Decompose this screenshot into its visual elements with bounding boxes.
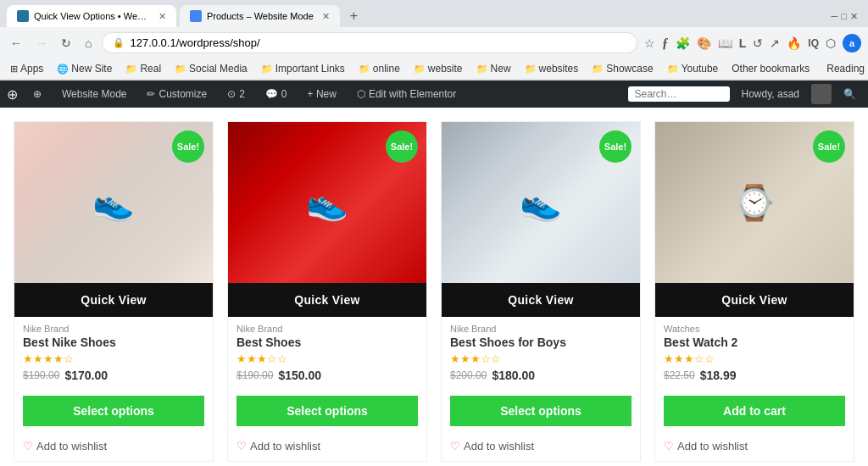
flame-icon[interactable]: 🔥 — [787, 36, 801, 50]
avatar-icon[interactable] — [811, 84, 832, 104]
old-price-4: $22.50 — [664, 369, 695, 381]
add-to-cart-btn-4[interactable]: Add to cart — [664, 396, 845, 426]
wp-search-input[interactable] — [628, 86, 730, 102]
bookmark-links[interactable]: 📁 Important Links — [258, 61, 348, 76]
new-tab-button[interactable]: + — [343, 5, 364, 27]
wishlist-label-3: Add to wishlist — [464, 440, 534, 452]
l-icon[interactable]: L — [739, 36, 747, 50]
iq-icon[interactable]: IQ — [808, 37, 819, 49]
product-stars-2: ★★★☆☆ — [236, 352, 418, 365]
other-bookmarks[interactable]: Other bookmarks — [728, 61, 813, 76]
product-info-2: Nike Brand Best Shoes ★★★☆☆ $190.00 $150… — [228, 317, 426, 396]
wishlist-btn-2[interactable]: ♡ Add to wishlist — [228, 433, 426, 461]
quick-view-btn-4[interactable]: Quick View — [655, 283, 854, 317]
bookmark-youtube[interactable]: 📁 Youtube — [664, 61, 722, 76]
product-brand-3: Nike Brand — [450, 324, 632, 334]
reading-list[interactable]: Reading list — [823, 61, 868, 76]
minimize-btn[interactable]: ─ — [832, 11, 838, 22]
profile-icon[interactable]: a — [843, 34, 861, 53]
quick-view-btn-2[interactable]: Quick View — [228, 283, 426, 317]
old-price-3: $200.00 — [450, 369, 487, 381]
wishlist-label-1: Add to wishlist — [36, 440, 107, 452]
product-image-2: 👟 Sale! — [228, 122, 426, 283]
product-stars-1: ★★★★☆ — [23, 352, 204, 365]
bookmark-newsite[interactable]: 🌐 New Site — [53, 61, 115, 76]
sale-badge-1: Sale! — [172, 130, 204, 163]
product-brand-1: Nike Brand — [23, 324, 204, 334]
wp-logo: ⊕ — [7, 86, 18, 103]
product-info-4: Watches Best Watch 2 ★★★☆☆ $22.50 $18.99 — [655, 317, 854, 396]
bookmark-real[interactable]: 📁 Real — [122, 61, 164, 76]
puzzle-icon[interactable]: ⬡ — [826, 36, 836, 50]
url-input[interactable] — [130, 36, 626, 49]
customize-item[interactable]: ✏ Customize — [142, 88, 212, 100]
tab-active[interactable]: Quick View Options • Website M… ✕ — [7, 5, 176, 27]
bookmark-showcase[interactable]: 📁 Showcase — [588, 61, 656, 76]
refresh-icon[interactable]: ↺ — [753, 36, 763, 50]
tab-2[interactable]: Products – Website Mode ✕ — [180, 5, 340, 27]
wishlist-label-4: Add to wishlist — [677, 440, 748, 452]
bookmarks-bar: ⊞ Apps 🌐 New Site 📁 Real 📁 Social Media … — [0, 58, 868, 80]
tab-close-btn-2[interactable]: ✕ — [322, 11, 330, 22]
extension-icon[interactable]: 🧩 — [676, 36, 690, 50]
tab-close-btn[interactable]: ✕ — [159, 11, 166, 22]
product-brand-4: Watches — [664, 324, 845, 334]
palette-icon[interactable]: 🎨 — [697, 36, 711, 50]
bookmark-websites[interactable]: 📁 websites — [521, 61, 582, 76]
product-card-4: ⌚ Sale! Quick View Watches Best Watch 2 … — [654, 121, 854, 462]
lock-icon: 🔒 — [113, 37, 125, 48]
back-button[interactable]: ← — [7, 35, 25, 52]
product-price-4: $22.50 $18.99 — [664, 369, 845, 382]
website-mode-item[interactable]: Website Mode — [57, 88, 131, 100]
wishlist-btn-4[interactable]: ♡ Add to wishlist — [655, 433, 854, 461]
bookmark-new[interactable]: 📁 New — [473, 61, 515, 76]
star-icon[interactable]: ☆ — [644, 36, 655, 50]
tab-favicon-wp — [17, 10, 29, 22]
comments-item[interactable]: 💬 0 — [260, 88, 292, 100]
wp-admin-bar: ⊕ ⊕ Website Mode ✏ Customize ⊙ 2 💬 0 + N… — [0, 80, 868, 108]
product-info-3: Nike Brand Best Shoes for Boys ★★★☆☆ $20… — [442, 317, 640, 396]
select-options-btn-1[interactable]: Select options — [23, 396, 204, 426]
new-price-1: $170.00 — [64, 369, 108, 382]
address-bar-row: ← → ↻ ⌂ 🔒 ☆ ƒ 🧩 🎨 📖 L ↺ ↗ 🔥 IQ ⬡ a — [0, 27, 868, 58]
websites-icon: 📁 — [525, 64, 537, 75]
bookmark-website[interactable]: 📁 website — [410, 61, 466, 76]
address-bar[interactable]: 🔒 — [102, 32, 637, 53]
updates-item[interactable]: ⊙ 2 — [222, 88, 250, 100]
maximize-btn[interactable]: □ — [841, 11, 847, 22]
reload-button[interactable]: ↻ — [58, 35, 75, 52]
select-options-btn-3[interactable]: Select options — [450, 396, 632, 426]
product-price-3: $200.00 $180.00 — [450, 369, 632, 382]
bookmark-online[interactable]: 📁 online — [355, 61, 403, 76]
bookmark-social[interactable]: 📁 Social Media — [171, 61, 251, 76]
home-button[interactable]: ⌂ — [81, 35, 95, 52]
bookmark-icon[interactable]: 📖 — [718, 36, 732, 50]
close-btn[interactable]: ✕ — [850, 11, 858, 22]
cursor-icon[interactable]: ↗ — [770, 36, 780, 50]
select-options-btn-2[interactable]: Select options — [236, 396, 418, 426]
tab-bar: Quick View Options • Website M… ✕ Produc… — [0, 0, 868, 27]
f-icon[interactable]: ƒ — [662, 36, 669, 51]
wishlist-btn-3[interactable]: ♡ Add to wishlist — [442, 433, 640, 461]
sale-badge-3: Sale! — [599, 130, 632, 163]
bookmark-apps[interactable]: ⊞ Apps — [7, 61, 47, 76]
youtube-icon: 📁 — [667, 64, 679, 75]
old-price-2: $190.00 — [236, 369, 273, 381]
new-icon: 📁 — [476, 64, 488, 75]
updates-icon: ⊙ — [227, 88, 236, 100]
product-card-2: 👟 Sale! Quick View Nike Brand Best Shoes… — [227, 121, 427, 462]
quick-view-btn-1[interactable]: Quick View — [14, 283, 213, 317]
wp-logo-2[interactable]: ⊕ — [28, 88, 47, 100]
tab-favicon-2 — [190, 10, 202, 22]
online-icon: 📁 — [359, 64, 370, 75]
new-item[interactable]: + New — [303, 88, 342, 100]
bookmarks-label: Other bookmarks — [732, 63, 810, 75]
edit-elementor-item[interactable]: ⬡ Edit with Elementor — [352, 88, 461, 100]
browser-chrome: Quick View Options • Website M… ✕ Produc… — [0, 0, 868, 80]
forward-button[interactable]: → — [32, 35, 51, 52]
heart-icon-2: ♡ — [236, 440, 247, 452]
wishlist-btn-1[interactable]: ♡ Add to wishlist — [14, 433, 213, 461]
howdy-item: Howdy, asad — [737, 88, 804, 100]
search-icon[interactable]: 🔍 — [838, 88, 861, 100]
quick-view-btn-3[interactable]: Quick View — [442, 283, 640, 317]
